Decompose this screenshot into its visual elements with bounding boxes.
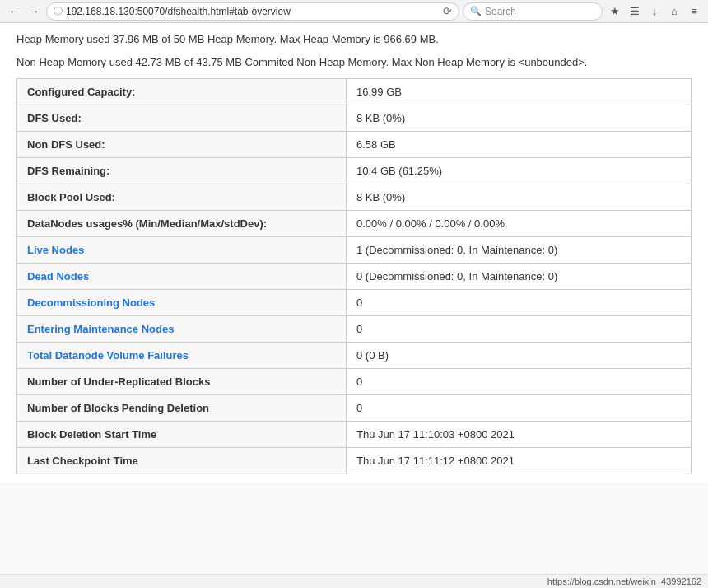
- menu-button[interactable]: ≡: [685, 2, 703, 21]
- reading-list-button[interactable]: ☰: [626, 2, 644, 21]
- table-row: Block Pool Used:8 KB (0%): [17, 184, 692, 211]
- table-value-cell: 0.00% / 0.00% / 0.00% / 0.00%: [347, 211, 692, 237]
- table-label-cell: DFS Used:: [17, 105, 347, 132]
- table-label-cell: DataNodes usages% (Min/Median/Max/stdDev…: [17, 211, 347, 237]
- table-label-cell: Block Deletion Start Time: [17, 422, 347, 448]
- table-label-cell: Block Pool Used:: [17, 184, 347, 211]
- page-content: Heap Memory used 37.96 MB of 50 MB Heap …: [0, 23, 708, 483]
- table-label-cell: Number of Blocks Pending Deletion: [17, 395, 347, 422]
- table-row: Non DFS Used:6.58 GB: [17, 132, 692, 158]
- table-row: Dead Nodes0 (Decommissioned: 0, In Maint…: [17, 264, 692, 290]
- heap-memory-info: Heap Memory used 37.96 MB of 50 MB Heap …: [16, 31, 692, 48]
- table-value-cell: 0 (0 B): [347, 343, 692, 369]
- forward-button[interactable]: →: [25, 2, 43, 21]
- table-row: Last Checkpoint TimeThu Jun 17 11:11:12 …: [17, 448, 692, 474]
- table-value-cell: Thu Jun 17 11:11:12 +0800 2021: [347, 448, 692, 474]
- table-label-cell[interactable]: Dead Nodes: [17, 264, 347, 290]
- table-value-cell: 0: [347, 316, 692, 343]
- table-label-cell[interactable]: Decommissioning Nodes: [17, 290, 347, 316]
- browser-action-icons: ★ ☰ ↓ ⌂ ≡: [606, 2, 703, 21]
- table-row: DFS Remaining:10.4 GB (61.25%): [17, 158, 692, 184]
- table-value-cell: 10.4 GB (61.25%): [347, 158, 692, 184]
- search-icon: 🔍: [470, 6, 482, 16]
- download-button[interactable]: ↓: [645, 2, 664, 21]
- table-value-cell: 16.99 GB: [347, 79, 692, 105]
- table-value-cell: Thu Jun 17 11:10:03 +0800 2021: [347, 422, 692, 448]
- reload-button[interactable]: ⟳: [443, 5, 452, 17]
- table-row: DataNodes usages% (Min/Median/Max/stdDev…: [17, 211, 692, 237]
- table-label-cell[interactable]: Live Nodes: [17, 237, 347, 264]
- table-value-cell: 0 (Decommissioned: 0, In Maintenance: 0): [347, 264, 692, 290]
- table-value-cell: 8 KB (0%): [347, 184, 692, 211]
- table-label-cell[interactable]: Entering Maintenance Nodes: [17, 316, 347, 343]
- url-text: 192.168.18.130:50070/dfshealth.html#tab-…: [66, 6, 440, 17]
- address-bar[interactable]: ⓘ 192.168.18.130:50070/dfshealth.html#ta…: [46, 2, 459, 21]
- table-row: DFS Used:8 KB (0%): [17, 105, 692, 132]
- back-button[interactable]: ←: [5, 2, 23, 21]
- browser-toolbar: ← → ⓘ 192.168.18.130:50070/dfshealth.htm…: [0, 0, 708, 23]
- search-placeholder-text: Search: [485, 6, 516, 17]
- table-row: Block Deletion Start TimeThu Jun 17 11:1…: [17, 422, 692, 448]
- non-heap-memory-info: Non Heap Memory used 42.73 MB of 43.75 M…: [16, 54, 692, 71]
- table-label-cell: Number of Under-Replicated Blocks: [17, 369, 347, 395]
- table-value-cell: 1 (Decommissioned: 0, In Maintenance: 0): [347, 237, 692, 264]
- dfs-stats-table: Configured Capacity:16.99 GBDFS Used:8 K…: [16, 78, 692, 474]
- table-row: Number of Under-Replicated Blocks0: [17, 369, 692, 395]
- nav-buttons: ← →: [5, 2, 43, 21]
- home-button[interactable]: ⌂: [665, 2, 683, 21]
- table-value-cell: 0: [347, 395, 692, 422]
- table-label-cell: DFS Remaining:: [17, 158, 347, 184]
- table-value-cell: 8 KB (0%): [347, 105, 692, 132]
- bookmark-star-button[interactable]: ★: [606, 2, 624, 21]
- table-row: Number of Blocks Pending Deletion0: [17, 395, 692, 422]
- table-row: Decommissioning Nodes0: [17, 290, 692, 316]
- table-row: Configured Capacity:16.99 GB: [17, 79, 692, 105]
- table-label-cell[interactable]: Total Datanode Volume Failures: [17, 343, 347, 369]
- table-label-cell: Configured Capacity:: [17, 79, 347, 105]
- table-value-cell: 6.58 GB: [347, 132, 692, 158]
- table-row: Entering Maintenance Nodes0: [17, 316, 692, 343]
- table-label-cell: Last Checkpoint Time: [17, 448, 347, 474]
- info-icon: ⓘ: [54, 5, 63, 17]
- table-value-cell: 0: [347, 290, 692, 316]
- table-label-cell: Non DFS Used:: [17, 132, 347, 158]
- search-bar[interactable]: 🔍 Search: [463, 2, 603, 21]
- table-row: Live Nodes1 (Decommissioned: 0, In Maint…: [17, 237, 692, 264]
- table-value-cell: 0: [347, 369, 692, 395]
- table-row: Total Datanode Volume Failures0 (0 B): [17, 343, 692, 369]
